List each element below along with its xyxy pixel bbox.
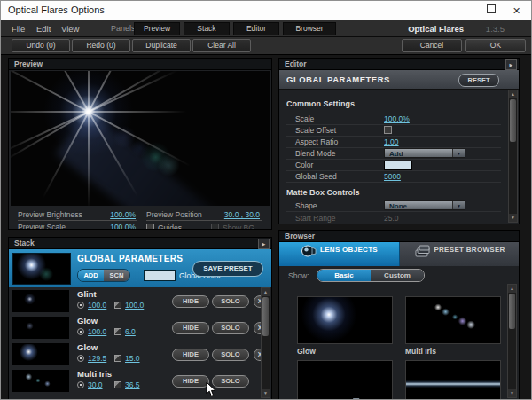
reset-button[interactable]: RESET	[458, 74, 499, 87]
tab-preset-browser[interactable]: PRESET BROWSER	[400, 242, 520, 266]
solo-button[interactable]: SOLO	[212, 349, 249, 361]
stack-row-glow-1[interactable]: Glow 100.0 6.0 HIDE SOLO X	[9, 314, 271, 341]
aspect-ratio-row: Aspect Ratio 1.00	[286, 136, 501, 148]
toolbar: Undo (0) Redo (0) Duplicate Clear All Ca…	[1, 37, 531, 55]
redo-button[interactable]: Redo (0)	[72, 39, 130, 52]
stack-scrollbar[interactable]: ▲ ▼	[261, 287, 270, 398]
menu-bar: File Edit View Panels: Preview Stack Edi…	[1, 20, 531, 37]
browser-thumb-shape[interactable]	[297, 360, 393, 400]
color-swatch[interactable]	[384, 161, 412, 170]
menu-file[interactable]: File	[12, 24, 25, 34]
stack-row-multi-iris[interactable]: Multi Iris 30.0 36.5 HIDE SOLO	[9, 367, 271, 400]
duplicate-button[interactable]: Duplicate	[132, 39, 191, 52]
browser-thumb-glow[interactable]	[297, 296, 393, 344]
undo-button[interactable]: Undo (0)	[12, 39, 70, 52]
solo-button[interactable]: SOLO	[212, 322, 249, 334]
scale-value[interactable]: 15.0	[125, 354, 140, 363]
save-preset-button[interactable]: SAVE PRESET	[192, 261, 263, 277]
show-toggle-group: Basic Custom	[317, 269, 425, 282]
scale-icon	[114, 355, 121, 362]
minimize-icon: –	[460, 5, 466, 16]
minimize-button[interactable]: –	[450, 1, 476, 20]
scale-value[interactable]: 36.5	[125, 380, 140, 389]
panel-button-editor[interactable]: Editor	[233, 22, 279, 35]
editor-expand-icon[interactable]: ▶	[505, 59, 517, 70]
clear-all-button[interactable]: Clear All	[192, 39, 251, 52]
preview-brightness-label: Preview Brightness	[18, 210, 82, 219]
preview-controls-row-2: Preview Scale 100.0% Guides Show BG	[9, 222, 271, 230]
stack-global-parameters-row[interactable]: GLOBAL PARAMETERS ADD SCN Global Color S…	[9, 249, 271, 288]
cancel-button[interactable]: Cancel	[402, 39, 462, 52]
hide-button[interactable]: HIDE	[172, 375, 209, 388]
stack-expand-icon[interactable]: ▶	[258, 239, 270, 249]
hide-button[interactable]: HIDE	[172, 349, 209, 361]
brightness-icon	[77, 381, 84, 388]
scale-icon	[114, 328, 121, 335]
shape-dropdown[interactable]: None ▼	[384, 200, 466, 210]
preview-scale-label: Preview Scale	[18, 223, 66, 230]
scn-button[interactable]: SCN	[104, 270, 129, 281]
stack-item-name: Glow	[77, 342, 98, 352]
scale-offset-checkbox[interactable]	[384, 126, 392, 134]
show-bg-checkbox[interactable]	[211, 224, 219, 230]
scroll-up-icon[interactable]: ▲	[262, 288, 270, 296]
tab-lens-objects[interactable]: LENS OBJECTS	[279, 242, 400, 266]
stack-row-glow-2[interactable]: Glow 129.5 15.0 HIDE SOLO X	[9, 341, 271, 368]
stack-row-glint[interactable]: Glint 100.0 100.0 HIDE SOLO X	[9, 287, 271, 315]
scale-label: Scale	[295, 114, 314, 123]
brightness-value[interactable]: 100.0	[88, 301, 106, 310]
editor-scrollbar[interactable]: ▲ ▼	[508, 90, 518, 223]
panel-button-preview[interactable]: Preview	[134, 22, 180, 35]
editor-scrollbar-thumb[interactable]	[510, 99, 516, 142]
menu-view[interactable]: View	[61, 24, 79, 34]
panel-button-stack[interactable]: Stack	[184, 22, 230, 35]
scroll-up-icon[interactable]: ▲	[508, 285, 516, 293]
hide-button[interactable]: HIDE	[172, 295, 209, 308]
shape-value: None	[389, 202, 407, 210]
maximize-button[interactable]	[478, 1, 504, 20]
preview-position-value[interactable]: 30.0 , 30.0	[224, 210, 260, 219]
browser-panel: Browser LENS OBJECTS PRESET BROWSER Show…	[278, 230, 520, 400]
scale-value[interactable]: 100.0%	[384, 114, 410, 123]
show-basic-button[interactable]: Basic	[317, 270, 371, 281]
preview-viewport[interactable]	[11, 71, 270, 206]
lens-objects-tab-label: LENS OBJECTS	[320, 246, 378, 254]
solo-button[interactable]: SOLO	[212, 295, 249, 308]
global-seed-value[interactable]: 5000	[384, 172, 401, 181]
add-button[interactable]: ADD	[78, 270, 104, 281]
guides-checkbox[interactable]	[146, 224, 154, 230]
guides-label: Guides	[158, 224, 182, 230]
scroll-down-icon[interactable]: ▼	[509, 214, 517, 222]
stack-scrollbar-thumb[interactable]	[262, 297, 269, 336]
aspect-ratio-value[interactable]: 1.00	[384, 137, 399, 146]
preview-scale-value[interactable]: 100.0%	[110, 223, 136, 230]
browser-thumb-multi-iris[interactable]	[405, 296, 501, 344]
brightness-value[interactable]: 30.0	[88, 380, 103, 389]
browser-thumb-streak[interactable]	[405, 360, 501, 400]
scale-value[interactable]: 6.0	[125, 327, 136, 336]
global-color-swatch[interactable]	[144, 270, 176, 281]
global-seed-row: Global Seed 5000	[286, 170, 501, 183]
solo-button[interactable]: SOLO	[212, 375, 249, 388]
ok-button[interactable]: OK	[466, 39, 526, 52]
preview-brightness-value[interactable]: 100.0%	[110, 210, 136, 219]
browser-thumb-label: Glow	[297, 347, 316, 356]
hide-button[interactable]: HIDE	[172, 322, 209, 334]
multi-iris-thumbnail	[12, 370, 69, 392]
blend-mode-value: Add	[389, 150, 403, 158]
panel-button-browser[interactable]: Browser	[283, 22, 336, 35]
browser-panel-header: Browser	[279, 231, 519, 242]
show-custom-button[interactable]: Custom	[371, 270, 424, 281]
close-button[interactable]: ✕	[504, 1, 529, 20]
brightness-value[interactable]: 100.0	[88, 327, 106, 336]
browser-scrollbar[interactable]: ▲ ▼	[507, 284, 517, 398]
browser-scrollbar-thumb[interactable]	[509, 294, 515, 329]
scroll-up-icon[interactable]: ▲	[509, 90, 517, 98]
scale-value[interactable]: 100.0	[125, 301, 144, 310]
scroll-down-icon[interactable]: ▼	[262, 389, 270, 397]
blend-mode-dropdown[interactable]: Add ▼	[384, 148, 466, 158]
brightness-value[interactable]: 129.5	[88, 354, 106, 363]
scroll-down-icon[interactable]: ▼	[508, 389, 516, 397]
menu-edit[interactable]: Edit	[36, 24, 51, 34]
preview-scale-control: Preview Scale 100.0%	[18, 222, 137, 230]
